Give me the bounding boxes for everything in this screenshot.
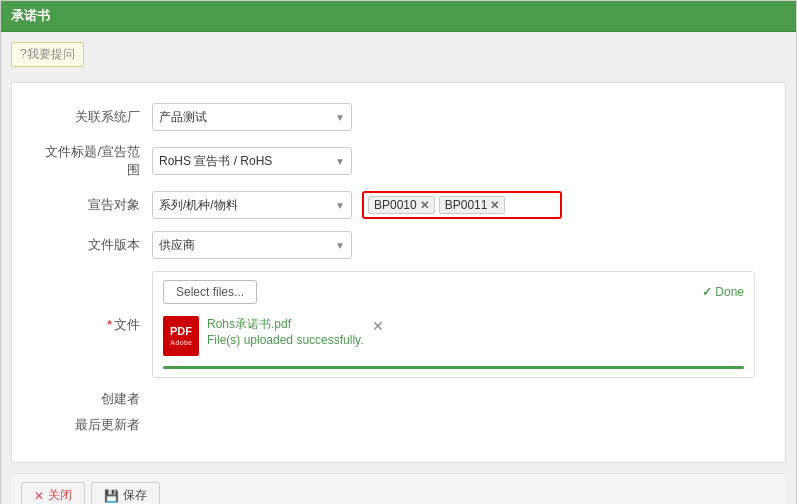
tag-bp0011-label: BP0011 (445, 198, 488, 212)
form-container: 关联系统厂 产品测试 ▼ 文件标题/宣告范围 RoHS 宣告书 / RoHS ▼… (11, 82, 786, 463)
pdf-filename[interactable]: Rohs承诺书.pdf (207, 316, 364, 333)
save-button[interactable]: 💾 保存 (91, 482, 160, 504)
close-icon: ✕ (34, 489, 44, 503)
chevron-down-icon-3: ▼ (335, 240, 345, 251)
content-area: ?我要提问 关联系统厂 产品测试 ▼ 文件标题/宣告范围 RoHS 宣告书 / … (1, 32, 796, 504)
done-text: Done (715, 285, 744, 299)
title-bar: 承诺书 (1, 1, 796, 32)
chevron-down-icon-2: ▼ (335, 200, 345, 211)
pdf-icon: PDF Adobe (163, 316, 199, 356)
done-label: ✓ Done (702, 285, 744, 299)
select-doc-title-value: RoHS 宣告书 / RoHS (159, 153, 272, 170)
select-doc-version-value: 供应商 (159, 237, 195, 254)
tag-bp0011-remove[interactable]: ✕ (490, 199, 499, 212)
tip-bar[interactable]: ?我要提问 (11, 42, 84, 67)
select-related-factory-value: 产品测试 (159, 109, 207, 126)
pdf-remove-icon[interactable]: ✕ (372, 318, 384, 334)
close-label: 关闭 (48, 487, 72, 504)
save-label: 保存 (123, 487, 147, 504)
select-declaration-target[interactable]: 系列/机种/物料 ▼ (152, 191, 352, 219)
select-files-button[interactable]: Select files... (163, 280, 257, 304)
adobe-text: Adobe (170, 339, 192, 346)
label-doc-version: 文件版本 (42, 236, 152, 254)
main-window: 承诺书 ?我要提问 关联系统厂 产品测试 ▼ 文件标题/宣告范围 RoHS 宣告… (0, 0, 797, 504)
pdf-file-item: PDF Adobe Rohs承诺书.pdf File(s) uploaded s… (163, 312, 744, 360)
close-button[interactable]: ✕ 关闭 (21, 482, 85, 504)
file-upload-area: Select files... ✓ Done PDF Adobe (152, 271, 755, 378)
save-icon: 💾 (104, 489, 119, 503)
select-declaration-target-value: 系列/机种/物料 (159, 197, 238, 214)
file-upload-header: Select files... ✓ Done (163, 280, 744, 304)
tag-bp0011: BP0011 ✕ (439, 196, 506, 214)
checkmark-icon: ✓ (702, 285, 712, 299)
creator-row: 创建者 (42, 390, 755, 408)
bottom-bar: ✕ 关闭 💾 保存 (11, 473, 786, 504)
chevron-down-icon-0: ▼ (335, 112, 345, 123)
window-title: 承诺书 (11, 8, 50, 23)
label-related-factory: 关联系统厂 (42, 108, 152, 126)
field-row-file: 文件 Select files... ✓ Done PDF (42, 271, 755, 378)
label-creator: 创建者 (42, 390, 152, 408)
label-doc-title: 文件标题/宣告范围 (42, 143, 152, 179)
pdf-status: File(s) uploaded successfully. (207, 333, 364, 347)
tag-bp0010: BP0010 ✕ (368, 196, 435, 214)
file-upload-section: Select files... ✓ Done PDF Adobe (152, 271, 755, 378)
pdf-text: PDF (170, 326, 192, 337)
progress-bar (163, 366, 744, 369)
select-related-factory[interactable]: 产品测试 ▼ (152, 103, 352, 131)
field-row-0: 关联系统厂 产品测试 ▼ (42, 103, 755, 131)
label-declaration-target: 宣告对象 (42, 196, 152, 214)
label-file: 文件 (42, 316, 152, 334)
field-row-1: 文件标题/宣告范围 RoHS 宣告书 / RoHS ▼ (42, 143, 755, 179)
field-row-2: 宣告对象 系列/机种/物料 ▼ BP0010 ✕ BP0011 ✕ (42, 191, 755, 219)
select-doc-version[interactable]: 供应商 ▼ (152, 231, 352, 259)
tag-input-box[interactable]: BP0010 ✕ BP0011 ✕ (362, 191, 562, 219)
chevron-down-icon-1: ▼ (335, 156, 345, 167)
updater-row: 最后更新者 (42, 416, 755, 434)
tag-bp0010-label: BP0010 (374, 198, 417, 212)
select-doc-title[interactable]: RoHS 宣告书 / RoHS ▼ (152, 147, 352, 175)
label-updater: 最后更新者 (42, 416, 152, 434)
pdf-info: Rohs承诺书.pdf File(s) uploaded successfull… (207, 316, 364, 347)
tag-bp0010-remove[interactable]: ✕ (420, 199, 429, 212)
field-row-3: 文件版本 供应商 ▼ (42, 231, 755, 259)
